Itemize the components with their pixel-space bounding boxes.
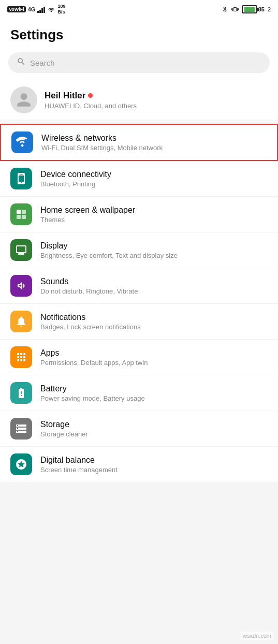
status-left: VoWiFi 4G 109B/s [7,4,65,15]
avatar [10,86,37,113]
sounds-title: Sounds [40,277,138,286]
digitalbalance-icon [15,458,27,471]
battery-settings-icon [15,387,27,399]
battery-text: Battery Power saving mode, Battery usage [40,384,145,402]
apps-text: Apps Permissions, Default apps, App twin [40,348,148,367]
battery-tip [257,8,259,11]
account-item[interactable]: Heil Hitler HUAWEI ID, Cloud, and others [0,80,278,120]
svg-rect-1 [22,210,26,214]
bar4 [43,7,45,13]
wifi-status-icon [47,6,55,13]
svg-rect-2 [17,215,21,219]
search-icon [17,57,26,68]
header: Settings [0,19,278,48]
signal-bars [37,6,45,13]
battery-fill [244,7,255,12]
extra-indicator: 2 [268,6,271,12]
notification-icon [15,315,27,328]
wireless-subtitle: Wi-Fi, Dual SIM settings, Mobile network [41,144,163,152]
svg-rect-3 [22,215,26,219]
apps-subtitle: Permissions, Default apps, App twin [40,359,148,367]
notifications-icon-wrap [10,311,32,332]
search-container: Search [0,48,278,80]
apps-title: Apps [40,348,148,358]
display-icon-wrap [10,239,32,261]
account-subtitle: HUAWEI ID, Cloud, and others [45,102,137,110]
device-icon-wrap [10,168,32,189]
speed-text: 109B/s [57,4,65,15]
display-subtitle: Brightness, Eye comfort, Text and displa… [40,252,178,259]
page-title: Settings [10,27,268,43]
settings-item-storage[interactable]: Storage Storage cleaner [0,411,278,447]
notifications-title: Notifications [40,313,141,322]
device-subtitle: Bluetooth, Printing [40,180,111,188]
display-icon [15,244,27,256]
storage-text: Storage Storage cleaner [40,420,88,438]
display-text: Display Brightness, Eye comfort, Text an… [40,241,178,259]
settings-item-wireless[interactable]: Wireless & networks Wi-Fi, Dual SIM sett… [0,124,278,161]
battery-subtitle: Power saving mode, Battery usage [40,394,145,402]
settings-list: Wireless & networks Wi-Fi, Dual SIM sett… [0,124,278,482]
apps-icon [15,351,27,363]
battery-icon-wrap [10,382,32,404]
battery-title: Battery [40,384,145,393]
device-title: Device connectivity [40,170,111,179]
bar3 [41,8,43,13]
vibrate-icon [231,5,239,13]
search-bar[interactable]: Search [8,52,270,73]
homescreen-subtitle: Themes [40,216,135,224]
sounds-icon-wrap [10,275,32,297]
bluetooth-icon [222,5,228,13]
storage-icon-wrap [10,418,32,440]
settings-item-device[interactable]: Device connectivity Bluetooth, Printing [0,161,278,197]
digitalbalance-text: Digital balance Screen time management [40,456,118,474]
storage-subtitle: Storage cleaner [40,430,88,438]
battery-container: 85 [242,5,265,13]
homescreen-icon [15,208,27,221]
sounds-text: Sounds Do not disturb, Ringtone, Vibrate [40,277,138,295]
wireless-icon-wrap [11,131,33,153]
storage-icon [15,422,27,435]
signal-indicator: 4G [28,6,36,12]
notifications-text: Notifications Badges, Lock screen notifi… [40,313,141,331]
online-dot [88,93,93,98]
wireless-text: Wireless & networks Wi-Fi, Dual SIM sett… [41,134,163,152]
homescreen-icon-wrap [10,203,32,225]
display-title: Display [40,241,178,251]
settings-item-sounds[interactable]: Sounds Do not disturb, Ringtone, Vibrate [0,268,278,304]
vowifi-badge: VoWiFi [7,6,26,12]
settings-item-apps[interactable]: Apps Permissions, Default apps, App twin [0,340,278,375]
storage-title: Storage [40,420,88,429]
homescreen-title: Home screen & wallpaper [40,206,135,215]
battery-icon [242,5,257,13]
sound-icon [15,280,27,292]
homescreen-text: Home screen & wallpaper Themes [40,206,135,224]
wireless-title: Wireless & networks [41,134,163,143]
account-info: Heil Hitler HUAWEI ID, Cloud, and others [45,91,137,110]
digitalbalance-title: Digital balance [40,456,118,465]
wifi-icon [16,136,28,149]
status-bar: VoWiFi 4G 109B/s 85 2 [0,0,278,19]
bar2 [39,10,41,13]
settings-item-notifications[interactable]: Notifications Badges, Lock screen notifi… [0,304,278,340]
digitalbalance-icon-wrap [10,453,32,475]
device-text: Device connectivity Bluetooth, Printing [40,170,111,188]
device-connectivity-icon [15,172,27,185]
notifications-subtitle: Badges, Lock screen notifications [40,323,141,331]
account-name: Heil Hitler [45,91,137,101]
watermark: wsxdn.com [240,632,274,640]
battery-percent: 85 [258,6,265,12]
search-placeholder: Search [30,58,55,67]
bar1 [37,11,39,13]
settings-item-homescreen[interactable]: Home screen & wallpaper Themes [0,197,278,232]
sounds-subtitle: Do not disturb, Ringtone, Vibrate [40,287,138,295]
settings-item-battery[interactable]: Battery Power saving mode, Battery usage [0,375,278,411]
digitalbalance-subtitle: Screen time management [40,466,118,474]
apps-icon-wrap [10,346,32,368]
settings-item-digitalbalance[interactable]: Digital balance Screen time management [0,447,278,482]
svg-rect-0 [17,210,21,214]
settings-item-display[interactable]: Display Brightness, Eye comfort, Text an… [0,232,278,268]
status-right: 85 2 [222,5,271,13]
